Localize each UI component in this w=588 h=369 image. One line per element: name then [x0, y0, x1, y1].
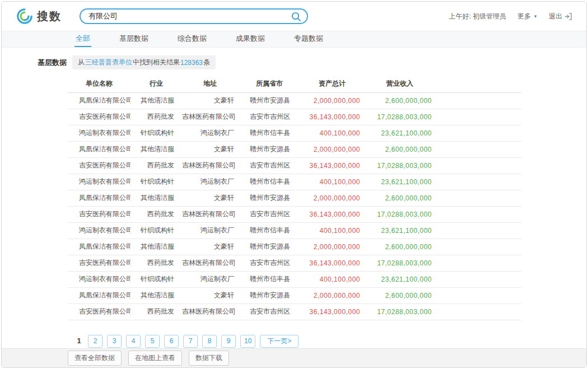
tab-bar: 全部基层数据综合数据成果数据专题数据 [2, 31, 586, 48]
cell: 400,100,000 [301, 222, 363, 239]
cell: 2,000,000,000 [301, 92, 363, 109]
cell: 凤凰保洁有限公司 [68, 92, 130, 109]
cell: 鸿运制衣厂 [182, 271, 238, 287]
cell: 西药批发 [130, 157, 182, 174]
cell: 鸿运制衣厂 [182, 125, 238, 141]
tab-base-data[interactable]: 基层数据 [118, 31, 150, 47]
view-all-data-button[interactable]: 查看全部数据 [68, 351, 122, 366]
cell: 吉安市吉州区 [238, 157, 301, 174]
table-row: 凤凰保洁有限公司其他清洁服文豪轩赣州市安源县2,000,000,0002,600… [68, 92, 521, 109]
cell: 17,0288,003,000 [363, 206, 436, 222]
table-row: 吉安医药有限公司西药批发吉林医药有限公司吉安市吉州区36,143,000,000… [68, 303, 521, 320]
cell-filler [436, 222, 521, 239]
table-row: 吉安医药有限公司西药批发吉林医药有限公司吉安市吉州区36,143,000,000… [68, 206, 521, 222]
cell: 赣州市信丰县 [238, 271, 301, 287]
cell: 鸿运制衣有限公司 [68, 222, 130, 239]
page-button-5[interactable]: 5 [145, 335, 160, 348]
tab-topic-data[interactable]: 专题数据 [293, 31, 324, 47]
cell: 吉林医药有限公司 [182, 206, 238, 222]
cell: 吉安医药有限公司 [68, 303, 130, 320]
logout-button[interactable]: 退出 [549, 12, 572, 21]
cell: 其他清洁服 [130, 92, 182, 109]
cell: 文豪轩 [182, 141, 238, 157]
tab-achievement-data[interactable]: 成果数据 [235, 31, 266, 47]
page-button-2[interactable]: 2 [88, 335, 102, 348]
cell: 2,000,000,000 [301, 141, 363, 157]
cell-filler [436, 125, 521, 141]
cell-filler [436, 303, 521, 320]
page-button-6[interactable]: 6 [164, 335, 179, 348]
page-button-9[interactable]: 9 [221, 335, 236, 348]
cell: 2,600,000,000 [363, 287, 436, 303]
page-button-4[interactable]: 4 [126, 335, 141, 348]
cell-filler [436, 287, 521, 303]
more-label: 更多 [517, 12, 531, 21]
cell: 西药批发 [130, 255, 182, 271]
result-summary: 从三经普普查单位中找到相关结果128363条 [72, 55, 216, 69]
footer-bar: 查看全部数据在地图上查看数据下载 [2, 348, 586, 367]
cell: 针织或构针 [130, 174, 182, 190]
page-button-7[interactable]: 7 [183, 335, 198, 348]
tab-all[interactable]: 全部 [74, 31, 91, 47]
cell: 吉安市吉州区 [238, 109, 301, 125]
cell: 2,600,000,000 [363, 92, 436, 109]
cell-filler [436, 206, 521, 222]
cell: 吉林医药有限公司 [182, 303, 238, 320]
cell: 鸿运制衣厂 [182, 222, 238, 239]
logout-icon [564, 13, 572, 20]
greeting-text: 上午好: 初级管理员 [449, 12, 506, 21]
cell: 其他清洁服 [130, 287, 182, 303]
cell: 凤凰保洁有限公司 [68, 190, 130, 206]
cell: 吉林医药有限公司 [182, 255, 238, 271]
logo[interactable]: 搜数 [16, 8, 62, 25]
source-link[interactable]: 三经普普查单位 [85, 58, 132, 67]
section-label: 基层数据 [38, 58, 67, 68]
cell: 凤凰保洁有限公司 [68, 239, 130, 255]
cell: 赣州市信丰县 [238, 222, 301, 239]
cell: 其他清洁服 [130, 141, 182, 157]
cell: 赣州市信丰县 [238, 125, 301, 141]
table-row: 吉安医药有限公司西药批发吉林医药有限公司吉安市吉州区36,143,000,000… [68, 255, 521, 271]
page-button-10[interactable]: 10 [240, 335, 255, 348]
cell-filler [436, 141, 521, 157]
cell: 赣州市安源县 [238, 141, 301, 157]
cell: 西药批发 [130, 109, 182, 125]
cell-filler [436, 157, 521, 174]
page-button-3[interactable]: 3 [107, 335, 122, 348]
cell: 2,600,000,000 [363, 190, 436, 206]
cell-filler [436, 271, 521, 287]
page-button-8[interactable]: 8 [202, 335, 217, 348]
cell-filler [436, 190, 521, 206]
table-row: 凤凰保洁有限公司其他清洁服文豪轩赣州市安源县2,000,000,0002,600… [68, 239, 521, 255]
tab-composite-data[interactable]: 综合数据 [176, 31, 208, 47]
cell: 2,600,000,000 [363, 239, 436, 255]
column-header: 营业收入 [363, 75, 436, 92]
cell: 吉安医药有限公司 [68, 206, 130, 222]
cell: 36,143,000,000 [301, 109, 363, 125]
cell: 吉安医药有限公司 [68, 255, 130, 271]
result-middle: 中找到相关结果 [133, 58, 180, 67]
logo-text: 搜数 [37, 9, 62, 24]
data-download-button[interactable]: 数据下载 [189, 351, 229, 366]
cell: 17,0288,003,000 [363, 255, 436, 271]
cell: 2,000,000,000 [301, 190, 363, 206]
column-header: 行业 [130, 75, 182, 92]
table-row: 凤凰保洁有限公司其他清洁服文豪轩赣州市安源县2,000,000,0002,600… [68, 190, 521, 206]
cell: 针织或构针 [130, 271, 182, 287]
cell: 赣州市信丰县 [238, 174, 301, 190]
cell: 其他清洁服 [130, 239, 182, 255]
table-body: 凤凰保洁有限公司其他清洁服文豪轩赣州市安源县2,000,000,0002,600… [68, 92, 521, 320]
page-current: 1 [74, 337, 83, 345]
cell: 西药批发 [130, 206, 182, 222]
cell: 文豪轩 [182, 287, 238, 303]
cell: 17,0288,003,000 [363, 109, 436, 125]
cell: 针织或构针 [130, 222, 182, 239]
more-menu[interactable]: 更多 ▼ [517, 12, 538, 21]
next-page-button[interactable]: 下一页> [260, 335, 298, 348]
search-icon[interactable] [291, 11, 301, 22]
cell: 36,143,000,000 [301, 157, 363, 174]
cell: 吉林医药有限公司 [182, 157, 238, 174]
search-input[interactable] [88, 12, 291, 21]
cell: 2,600,000,000 [363, 141, 436, 157]
view-on-map-button[interactable]: 在地图上查看 [128, 351, 182, 366]
